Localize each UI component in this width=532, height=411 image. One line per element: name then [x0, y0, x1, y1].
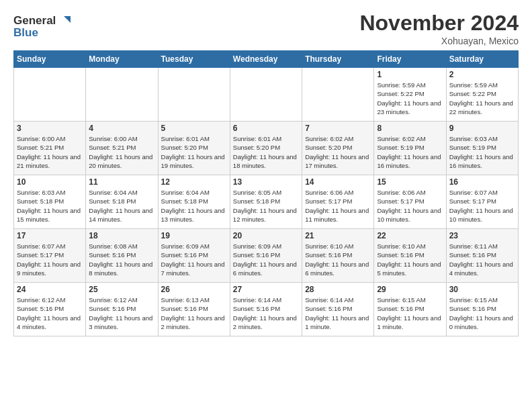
calendar-week-row: 10Sunrise: 6:03 AM Sunset: 5:18 PM Dayli… [14, 175, 519, 229]
table-row [302, 68, 374, 122]
location: Xohuayan, Mexico [359, 36, 519, 46]
day-info: Sunrise: 6:12 AM Sunset: 5:16 PM Dayligh… [89, 295, 154, 331]
day-number: 2 [449, 70, 515, 79]
day-number: 16 [449, 177, 515, 187]
logo: General Blue [13, 13, 72, 40]
day-info: Sunrise: 6:08 AM Sunset: 5:16 PM Dayligh… [89, 242, 154, 277]
day-info: Sunrise: 6:15 AM Sunset: 5:16 PM Dayligh… [377, 295, 443, 331]
calendar-table: Sunday Monday Tuesday Wednesday Thursday… [13, 50, 519, 336]
table-row: 25Sunrise: 6:12 AM Sunset: 5:16 PM Dayli… [86, 283, 158, 336]
table-row: 26Sunrise: 6:13 AM Sunset: 5:16 PM Dayli… [158, 283, 230, 336]
table-row: 18Sunrise: 6:08 AM Sunset: 5:16 PM Dayli… [86, 229, 158, 283]
day-info: Sunrise: 6:00 AM Sunset: 5:21 PM Dayligh… [89, 134, 154, 170]
table-row: 15Sunrise: 6:06 AM Sunset: 5:17 PM Dayli… [374, 175, 446, 229]
table-row: 12Sunrise: 6:04 AM Sunset: 5:18 PM Dayli… [158, 175, 230, 229]
table-row: 19Sunrise: 6:09 AM Sunset: 5:16 PM Dayli… [158, 229, 230, 283]
day-number: 27 [233, 285, 299, 294]
table-row: 10Sunrise: 6:03 AM Sunset: 5:18 PM Dayli… [14, 175, 86, 229]
logo-bird-icon [57, 13, 72, 28]
day-number: 10 [17, 177, 83, 187]
day-number: 15 [377, 177, 443, 187]
col-wednesday: Wednesday [230, 51, 302, 68]
main-container: General Blue November 2024 Xohuayan, Mex… [0, 0, 532, 343]
table-row: 6Sunrise: 6:01 AM Sunset: 5:20 PM Daylig… [230, 122, 302, 175]
table-row: 11Sunrise: 6:04 AM Sunset: 5:18 PM Dayli… [86, 175, 158, 229]
day-info: Sunrise: 6:15 AM Sunset: 5:16 PM Dayligh… [449, 295, 515, 331]
day-number: 19 [161, 231, 227, 240]
day-info: Sunrise: 6:06 AM Sunset: 5:17 PM Dayligh… [377, 188, 443, 224]
table-row: 3Sunrise: 6:00 AM Sunset: 5:21 PM Daylig… [14, 122, 86, 175]
day-number: 6 [233, 124, 299, 133]
day-number: 25 [89, 285, 154, 294]
table-row: 9Sunrise: 6:03 AM Sunset: 5:19 PM Daylig… [446, 122, 518, 175]
col-thursday: Thursday [302, 51, 374, 68]
table-row: 7Sunrise: 6:02 AM Sunset: 5:20 PM Daylig… [302, 122, 374, 175]
day-info: Sunrise: 5:59 AM Sunset: 5:22 PM Dayligh… [449, 81, 515, 116]
day-number: 12 [161, 177, 227, 187]
day-info: Sunrise: 6:07 AM Sunset: 5:17 PM Dayligh… [17, 242, 83, 277]
day-number: 20 [233, 231, 299, 240]
day-info: Sunrise: 6:09 AM Sunset: 5:16 PM Dayligh… [161, 242, 227, 277]
table-row [14, 68, 86, 122]
day-number: 11 [89, 177, 154, 187]
day-number: 1 [377, 70, 443, 79]
day-number: 7 [305, 124, 371, 133]
table-row [158, 68, 230, 122]
day-info: Sunrise: 6:09 AM Sunset: 5:16 PM Dayligh… [233, 242, 299, 277]
day-info: Sunrise: 6:14 AM Sunset: 5:16 PM Dayligh… [305, 295, 371, 331]
calendar-week-row: 17Sunrise: 6:07 AM Sunset: 5:17 PM Dayli… [14, 229, 519, 283]
table-row: 14Sunrise: 6:06 AM Sunset: 5:17 PM Dayli… [302, 175, 374, 229]
table-row: 24Sunrise: 6:12 AM Sunset: 5:16 PM Dayli… [14, 283, 86, 336]
day-number: 9 [449, 124, 515, 133]
table-row: 28Sunrise: 6:14 AM Sunset: 5:16 PM Dayli… [302, 283, 374, 336]
table-row: 29Sunrise: 6:15 AM Sunset: 5:16 PM Dayli… [374, 283, 446, 336]
header: General Blue November 2024 Xohuayan, Mex… [13, 11, 519, 46]
day-number: 21 [305, 231, 371, 240]
table-row: 13Sunrise: 6:05 AM Sunset: 5:18 PM Dayli… [230, 175, 302, 229]
day-number: 17 [17, 231, 83, 240]
day-info: Sunrise: 6:13 AM Sunset: 5:16 PM Dayligh… [161, 295, 227, 331]
svg-marker-0 [64, 16, 71, 23]
day-info: Sunrise: 6:10 AM Sunset: 5:16 PM Dayligh… [305, 242, 371, 277]
table-row: 23Sunrise: 6:11 AM Sunset: 5:16 PM Dayli… [446, 229, 518, 283]
table-row [230, 68, 302, 122]
day-info: Sunrise: 6:10 AM Sunset: 5:16 PM Dayligh… [377, 242, 443, 277]
col-sunday: Sunday [14, 51, 86, 68]
day-number: 5 [161, 124, 227, 133]
day-info: Sunrise: 6:06 AM Sunset: 5:17 PM Dayligh… [305, 188, 371, 224]
day-info: Sunrise: 6:02 AM Sunset: 5:19 PM Dayligh… [377, 134, 443, 170]
logo-general: General [13, 15, 56, 28]
table-row: 5Sunrise: 6:01 AM Sunset: 5:20 PM Daylig… [158, 122, 230, 175]
calendar-week-row: 1Sunrise: 5:59 AM Sunset: 5:22 PM Daylig… [14, 68, 519, 122]
table-row: 20Sunrise: 6:09 AM Sunset: 5:16 PM Dayli… [230, 229, 302, 283]
day-info: Sunrise: 6:01 AM Sunset: 5:20 PM Dayligh… [233, 134, 299, 170]
table-row: 2Sunrise: 5:59 AM Sunset: 5:22 PM Daylig… [446, 68, 518, 122]
table-row: 8Sunrise: 6:02 AM Sunset: 5:19 PM Daylig… [374, 122, 446, 175]
day-info: Sunrise: 6:03 AM Sunset: 5:18 PM Dayligh… [17, 188, 83, 224]
table-row: 4Sunrise: 6:00 AM Sunset: 5:21 PM Daylig… [86, 122, 158, 175]
day-info: Sunrise: 6:11 AM Sunset: 5:16 PM Dayligh… [449, 242, 515, 277]
month-title: November 2024 [359, 11, 519, 36]
day-info: Sunrise: 6:04 AM Sunset: 5:18 PM Dayligh… [89, 188, 154, 224]
day-number: 23 [449, 231, 515, 240]
table-row [86, 68, 158, 122]
col-monday: Monday [86, 51, 158, 68]
day-number: 3 [17, 124, 83, 133]
day-number: 8 [377, 124, 443, 133]
day-info: Sunrise: 5:59 AM Sunset: 5:22 PM Dayligh… [377, 81, 443, 116]
day-number: 18 [89, 231, 154, 240]
table-row: 27Sunrise: 6:14 AM Sunset: 5:16 PM Dayli… [230, 283, 302, 336]
day-info: Sunrise: 6:12 AM Sunset: 5:16 PM Dayligh… [17, 295, 83, 331]
table-row: 30Sunrise: 6:15 AM Sunset: 5:16 PM Dayli… [446, 283, 518, 336]
day-info: Sunrise: 6:01 AM Sunset: 5:20 PM Dayligh… [161, 134, 227, 170]
day-number: 13 [233, 177, 299, 187]
day-number: 29 [377, 285, 443, 294]
day-number: 14 [305, 177, 371, 187]
day-number: 28 [305, 285, 371, 294]
table-row: 17Sunrise: 6:07 AM Sunset: 5:17 PM Dayli… [14, 229, 86, 283]
day-info: Sunrise: 6:03 AM Sunset: 5:19 PM Dayligh… [449, 134, 515, 170]
calendar-week-row: 24Sunrise: 6:12 AM Sunset: 5:16 PM Dayli… [14, 283, 519, 336]
day-info: Sunrise: 6:00 AM Sunset: 5:21 PM Dayligh… [17, 134, 83, 170]
calendar-header-row: Sunday Monday Tuesday Wednesday Thursday… [14, 51, 519, 68]
day-info: Sunrise: 6:04 AM Sunset: 5:18 PM Dayligh… [161, 188, 227, 224]
